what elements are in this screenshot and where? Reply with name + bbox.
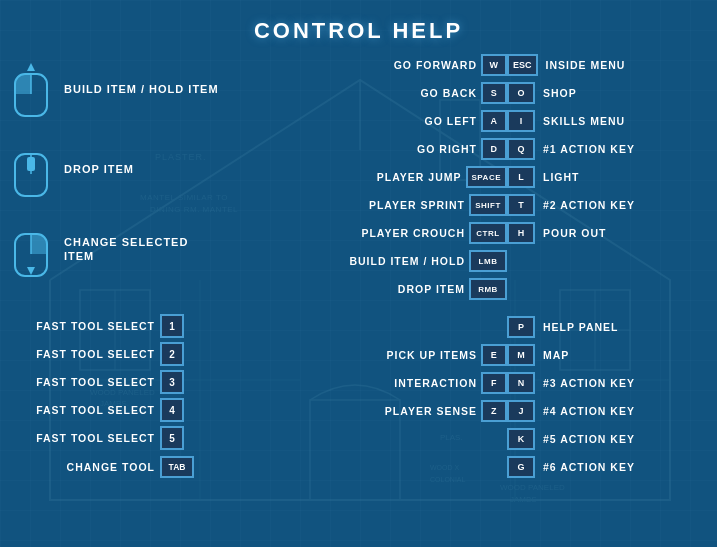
mouse-scroll-down-icon [10, 219, 52, 279]
key-badge-m: M [507, 344, 535, 366]
key-row-drop-rmb: DROP ITEM RMB [220, 278, 507, 300]
key-badge-ctrl: CTRL [469, 222, 507, 244]
key-label-interaction: INTERACTION [394, 377, 477, 389]
key-row-sense: PLAYER SENSE Z [270, 400, 507, 422]
key-badge-t: T [507, 194, 535, 216]
pickup-keys-section: PICK UP ITEMS E INTERACTION F PLAYER SEN… [270, 314, 507, 484]
key-row-crouch: PLAYER CROUCH CTRL [220, 222, 507, 244]
fast-tool-label-2: FAST TOOL SELECT [10, 348, 155, 360]
fast-tool-section: FAST TOOL SELECT 1 FAST TOOL SELECT 2 FA… [10, 314, 270, 484]
key-row-right: GO RIGHT D [220, 138, 507, 160]
fast-tool-row-5: FAST TOOL SELECT 5 [10, 426, 270, 450]
key-badge-z: Z [481, 400, 507, 422]
key-label-drop-rmb: DROP ITEM [398, 283, 465, 295]
key-label-sprint: PLAYER SPRINT [369, 199, 465, 211]
key-label-forward: GO FORWARD [394, 59, 477, 71]
svg-marker-31 [27, 267, 35, 275]
key-badge-l: L [507, 166, 535, 188]
key-label-q: #1 ACTION KEY [543, 143, 635, 155]
key-label-g: #6 ACTION KEY [543, 461, 635, 473]
main-layout: BUILD ITEM / HOLD ITEM DROP ITEM [0, 54, 717, 306]
right-key-row-q: Q #1 ACTION KEY [507, 138, 707, 160]
fast-tool-label-3: FAST TOOL SELECT [10, 376, 155, 388]
right-key-row-g: G #6 ACTION KEY [507, 456, 707, 478]
mouse-build-label: BUILD ITEM / HOLD ITEM [64, 82, 219, 96]
key-label-build-lmb: BUILD ITEM / HOLD [349, 255, 465, 267]
svg-marker-25 [27, 63, 35, 71]
right-key-row-k: K #5 ACTION KEY [507, 428, 707, 450]
key-label-crouch: PLAYER CROUCH [361, 227, 465, 239]
key-badge-space: SPACE [466, 166, 507, 188]
right-key-row-h: H POUR OUT [507, 222, 707, 244]
mouse-change-row: CHANGE SELECTED ITEM [10, 219, 220, 279]
key-label-esc: INSIDE MENU [546, 59, 626, 71]
right-key-row-esc: ESC INSIDE MENU [507, 54, 707, 76]
key-badge-g: G [507, 456, 535, 478]
key-label-j: #4 ACTION KEY [543, 405, 635, 417]
key-badge-k: K [507, 428, 535, 450]
key-row-back: GO BACK S [220, 82, 507, 104]
mouse-change-label: CHANGE SELECTED ITEM [64, 235, 220, 264]
key-badge-n: N [507, 372, 535, 394]
mouse-drop-row: DROP ITEM [10, 139, 220, 199]
key-badge-s: S [481, 82, 507, 104]
key-label-t: #2 ACTION KEY [543, 199, 635, 211]
key-badge-f: F [481, 372, 507, 394]
key-row-interaction: INTERACTION F [270, 372, 507, 394]
key-label-p: HELP PANEL [543, 321, 619, 333]
key-row-build-lmb: BUILD ITEM / HOLD LMB [220, 250, 507, 272]
key-badge-shift: SHIFT [469, 194, 507, 216]
misc-keys-section: P HELP PANEL M MAP N #3 ACTION KEY J #4 … [507, 314, 707, 484]
key-row-sprint: PLAYER SPRINT SHIFT [220, 194, 507, 216]
fast-tool-label-4: FAST TOOL SELECT [10, 404, 155, 416]
key-label-jump: PLAYER JUMP [377, 171, 462, 183]
key-label-h: POUR OUT [543, 227, 606, 239]
right-key-row-i: I SKILLS MENU [507, 110, 707, 132]
right-key-row-t: T #2 ACTION KEY [507, 194, 707, 216]
key-row-left: GO LEFT A [220, 110, 507, 132]
key-badge-o: O [507, 82, 535, 104]
mouse-middle-icon [10, 139, 52, 199]
key-badge-e: E [481, 344, 507, 366]
right-key-row-j: J #4 ACTION KEY [507, 400, 707, 422]
fast-tool-row-2: FAST TOOL SELECT 2 [10, 342, 270, 366]
fast-tool-key-4: 4 [160, 398, 184, 422]
page-title: CONTROL HELP [0, 0, 717, 54]
key-badge-d: D [481, 138, 507, 160]
key-label-right: GO RIGHT [417, 143, 477, 155]
change-tool-row: CHANGE TOOL TAB [10, 456, 270, 478]
key-row-jump: PLAYER JUMP SPACE [220, 166, 507, 188]
fast-tool-row-4: FAST TOOL SELECT 4 [10, 398, 270, 422]
right-key-row-n: N #3 ACTION KEY [507, 372, 707, 394]
fast-tool-key-2: 2 [160, 342, 184, 366]
key-badge-p: P [507, 316, 535, 338]
key-badge-lmb: LMB [469, 250, 507, 272]
key-badge-rmb: RMB [469, 278, 507, 300]
mouse-drop-label: DROP ITEM [64, 162, 134, 176]
movement-keys-section: GO FORWARD W GO BACK S GO LEFT A GO RIGH… [220, 54, 507, 306]
svg-rect-28 [27, 157, 35, 171]
fast-tool-key-3: 3 [160, 370, 184, 394]
right-key-row-o: O SHOP [507, 82, 707, 104]
fast-tool-row-3: FAST TOOL SELECT 3 [10, 370, 270, 394]
change-tool-label: CHANGE TOOL [10, 461, 155, 473]
right-key-row-p: P HELP PANEL [507, 316, 707, 338]
key-badge-q: Q [507, 138, 535, 160]
fast-tool-label-1: FAST TOOL SELECT [10, 320, 155, 332]
mouse-build-row: BUILD ITEM / HOLD ITEM [10, 59, 220, 119]
fast-tool-key-1: 1 [160, 314, 184, 338]
key-label-pickup: PICK UP ITEMS [387, 349, 477, 361]
key-label-l: LIGHT [543, 171, 580, 183]
key-badge-h: H [507, 222, 535, 244]
key-label-sense: PLAYER SENSE [385, 405, 477, 417]
key-badge-w: W [481, 54, 507, 76]
key-row-forward: GO FORWARD W [220, 54, 507, 76]
bottom-section: FAST TOOL SELECT 1 FAST TOOL SELECT 2 FA… [0, 314, 717, 484]
key-label-o: SHOP [543, 87, 577, 99]
key-badge-i: I [507, 110, 535, 132]
key-label-i: SKILLS MENU [543, 115, 625, 127]
change-tool-key: TAB [160, 456, 194, 478]
right-key-row-l: L LIGHT [507, 166, 707, 188]
key-label-back: GO BACK [420, 87, 477, 99]
mouse-scroll-up-icon [10, 59, 52, 119]
